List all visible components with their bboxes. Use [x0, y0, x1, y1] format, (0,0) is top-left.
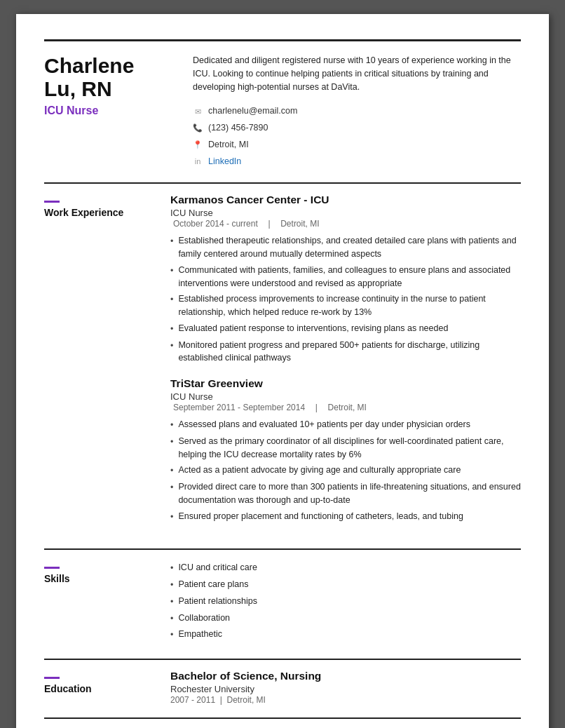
job-1: Karmanos Cancer Center - ICU ICU Nurse O…: [170, 194, 521, 365]
edu-meta: 2007 - 2011 | Detroit, MI: [170, 695, 521, 705]
candidate-name: Charlene Lu, RN: [44, 54, 170, 100]
list-item: •Served as the primary coordinator of al…: [170, 435, 521, 461]
list-item: •Provided direct care to more than 300 p…: [170, 480, 521, 507]
work-experience-right: Karmanos Cancer Center - ICU ICU Nurse O…: [170, 194, 521, 536]
list-item: •Patient relationships: [170, 595, 521, 609]
list-item: •Monitored patient progress and prepared…: [170, 339, 521, 365]
list-item: •Established therapeutic relationships, …: [170, 234, 521, 261]
skills-left: Skills: [44, 560, 148, 646]
list-item: •Evaluated patient response to intervent…: [170, 322, 521, 336]
contact-email: ✉ charlenelu@email.com: [193, 103, 521, 120]
list-item: •ICU and critical care: [170, 561, 521, 575]
contact-list: ✉ charlenelu@email.com 📞 (123) 456-7890 …: [193, 103, 521, 170]
job-1-role: ICU Nurse: [170, 208, 521, 218]
phone-icon: 📞: [193, 121, 203, 135]
job-2-bullets: •Assessed plans and evaluated 10+ patien…: [170, 418, 521, 523]
linkedin-link[interactable]: LinkedIn: [208, 154, 241, 170]
list-item: •Collaboration: [170, 612, 521, 626]
section-accent-skills: [44, 567, 60, 569]
skills-list: •ICU and critical care •Patient care pla…: [170, 561, 521, 642]
resume-page: Charlene Lu, RN ICU Nurse Dedicated and …: [16, 14, 549, 728]
linkedin-icon: in: [193, 154, 203, 169]
section-accent-work: [44, 201, 60, 203]
skills-section: Skills •ICU and critical care •Patient c…: [44, 560, 521, 646]
summary-text: Dedicated and diligent registered nurse …: [193, 54, 521, 93]
job-1-company: Karmanos Cancer Center - ICU: [170, 194, 521, 206]
education-right: Bachelor of Science, Nursing Rochester U…: [170, 670, 521, 705]
skills-right: •ICU and critical care •Patient care pla…: [170, 561, 521, 646]
job-2-meta: September 2011 - September 2014 | Detroi…: [170, 403, 521, 412]
job-2: TriStar Greenview ICU Nurse September 20…: [170, 377, 521, 523]
edu-school: Rochester University: [170, 684, 521, 694]
header-left: Charlene Lu, RN ICU Nurse: [44, 54, 170, 170]
list-item: •Communicated with patients, families, a…: [170, 264, 521, 290]
list-item: •Acted as a patient advocate by giving a…: [170, 464, 521, 478]
job-2-company: TriStar Greenview: [170, 377, 521, 390]
education-left: Education: [44, 670, 148, 705]
education-label: Education: [44, 683, 148, 694]
contact-linkedin[interactable]: in LinkedIn: [193, 154, 521, 170]
skills-label: Skills: [44, 573, 148, 584]
candidate-title: ICU Nurse: [44, 105, 170, 117]
location-icon: 📍: [193, 137, 203, 152]
list-item: •Assessed plans and evaluated 10+ patien…: [170, 418, 521, 432]
job-2-role: ICU Nurse: [170, 391, 521, 402]
header-section: Charlene Lu, RN ICU Nurse Dedicated and …: [44, 54, 521, 170]
contact-location: 📍 Detroit, MI: [193, 137, 521, 154]
contact-phone: 📞 (123) 456-7890: [193, 120, 521, 137]
list-item: •Empathetic: [170, 628, 521, 642]
work-experience-section: Work Experience Karmanos Cancer Center -…: [44, 194, 521, 536]
section-accent-education: [44, 677, 60, 679]
job-1-meta: October 2014 - current | Detroit, MI: [170, 219, 521, 229]
header-right: Dedicated and diligent registered nurse …: [193, 54, 521, 170]
list-item: •Established process improvements to inc…: [170, 292, 521, 319]
work-experience-left: Work Experience: [44, 194, 148, 536]
email-icon: ✉: [193, 105, 203, 119]
list-item: •Ensured proper placement and functionin…: [170, 510, 521, 524]
list-item: •Patient care plans: [170, 578, 521, 592]
work-experience-label: Work Experience: [44, 207, 148, 218]
job-1-bullets: •Established therapeutic relationships, …: [170, 234, 521, 365]
edu-degree: Bachelor of Science, Nursing: [170, 670, 521, 682]
education-section: Education Bachelor of Science, Nursing R…: [44, 670, 521, 705]
